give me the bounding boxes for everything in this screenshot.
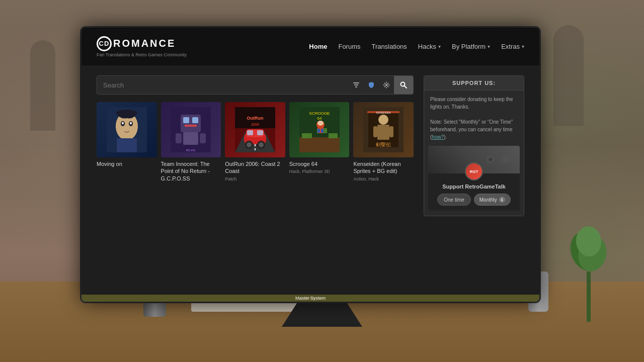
- svg-text:PC-FX: PC-FX: [186, 149, 195, 152]
- svg-point-28: [247, 142, 252, 147]
- svg-rect-36: [299, 137, 340, 152]
- svg-point-49: [378, 115, 388, 125]
- nav-extras[interactable]: Extras ▾: [501, 43, 524, 50]
- creator-card: RGT Support RetroGameTalk One time Month…: [428, 146, 520, 211]
- svg-rect-44: [321, 129, 324, 133]
- filter-button[interactable]: [349, 76, 364, 94]
- svg-rect-31: [257, 130, 263, 135]
- search-input[interactable]: [97, 81, 349, 89]
- support-box: SUPPORT US: Please consider donating to …: [424, 75, 524, 216]
- right-sidebar: SUPPORT US: Please consider donating to …: [424, 75, 524, 292]
- svg-text:2006: 2006: [251, 123, 259, 126]
- svg-rect-20: [200, 133, 206, 143]
- extras-dropdown-arrow: ▾: [522, 44, 524, 49]
- svg-rect-43: [317, 129, 320, 133]
- nav-translations[interactable]: Translations: [372, 43, 407, 50]
- monthly-info-icon[interactable]: ℹ: [499, 197, 505, 203]
- website-content: CD ROMANCE Fan Translations & Retro Game…: [82, 28, 539, 302]
- creator-banner: RGT: [428, 146, 520, 173]
- svg-rect-16: [192, 117, 198, 123]
- plant-decoration: [564, 221, 614, 322]
- svg-line-5: [405, 86, 407, 88]
- settings-icon-button[interactable]: [379, 76, 394, 94]
- svg-rect-1: [354, 84, 358, 85]
- site-tagline: Fan Translations & Retro Games Community: [97, 52, 187, 57]
- svg-rect-50: [377, 125, 389, 140]
- game-title-2: Team Innocent: The Point of No Return - …: [161, 160, 221, 182]
- nav-forums[interactable]: Forums: [338, 43, 360, 50]
- svg-rect-37: [302, 133, 312, 138]
- svg-text:64: 64: [317, 116, 321, 121]
- game-title-5: Kenseiden (Korean Sprites + BG edit): [353, 160, 414, 175]
- game-tags-4: Hack, Platformer 3D: [289, 169, 350, 174]
- game-card[interactable]: OutRun 2006 Windows OutRun 2006: Coast 2…: [225, 102, 285, 182]
- search-bar: [97, 75, 414, 95]
- one-time-button[interactable]: One time: [437, 194, 471, 206]
- game-title-3: OutRun 2006: Coast 2 Coast: [225, 160, 285, 175]
- game-card[interactable]: News Moving on: [97, 102, 157, 182]
- site-logo[interactable]: CD ROMANCE: [97, 36, 187, 51]
- game-card[interactable]: 剣聖伝 KENSEIDEN Master System Kenseiden (K…: [353, 102, 414, 182]
- svg-text:SCROOGE: SCROOGE: [309, 111, 330, 116]
- game-thumbnail-4: SCROOGE 64: [289, 102, 350, 157]
- main-content: News Moving on: [82, 65, 539, 302]
- search-button[interactable]: [394, 76, 413, 94]
- support-header: SUPPORT US:: [424, 76, 524, 90]
- svg-rect-51: [373, 126, 377, 137]
- svg-point-59: [502, 155, 510, 163]
- creator-avatar: RGT: [465, 162, 483, 180]
- svg-point-29: [259, 142, 264, 147]
- svg-point-3: [385, 84, 387, 86]
- game-thumbnail-5: 剣聖伝 KENSEIDEN: [353, 102, 414, 157]
- svg-text:OutRun: OutRun: [247, 116, 263, 121]
- logo-area: CD ROMANCE Fan Translations & Retro Game…: [97, 36, 187, 57]
- platform-badge-5: Master System: [82, 295, 539, 302]
- game-card[interactable]: SCROOGE 64 N64 Scrooge 64 Hack, Platform…: [289, 102, 350, 182]
- svg-rect-17: [185, 125, 197, 127]
- platform-dropdown-arrow: ▾: [488, 44, 490, 49]
- game-card[interactable]: PC-FX PC-FX Team Innocent: The Point of …: [161, 102, 221, 182]
- monitor: CD ROMANCE Fan Translations & Retro Game…: [82, 28, 539, 302]
- creator-buttons: One time Monthly ℹ: [428, 194, 520, 211]
- cd-circle-icon: CD: [97, 36, 112, 51]
- game-tags-3: Patch: [225, 176, 285, 182]
- game-thumbnail-3: OutRun 2006: [225, 102, 285, 157]
- romance-text: ROMANCE: [113, 38, 176, 49]
- how-link[interactable]: how?: [432, 134, 444, 140]
- svg-rect-30: [247, 130, 253, 135]
- svg-text:剣聖伝: 剣聖伝: [376, 142, 391, 147]
- svg-rect-15: [183, 117, 189, 123]
- svg-rect-58: [490, 157, 492, 161]
- navigation-bar: CD ROMANCE Fan Translations & Retro Game…: [82, 28, 539, 65]
- monthly-button[interactable]: Monthly ℹ: [474, 194, 511, 206]
- svg-text:KENSEIDEN: KENSEIDEN: [376, 111, 391, 114]
- nav-by-platform[interactable]: By Platform ▾: [452, 43, 490, 50]
- hacks-dropdown-arrow: ▾: [438, 44, 441, 49]
- game-tags-5: Action, Hack: [353, 176, 414, 182]
- svg-rect-52: [389, 126, 393, 137]
- nav-links: Home Forums Translations Hacks ▾ By Plat…: [309, 43, 524, 50]
- svg-point-10: [122, 122, 124, 125]
- svg-point-11: [130, 122, 132, 125]
- svg-point-42: [317, 121, 324, 126]
- game-title-4: Scrooge 64: [289, 160, 350, 167]
- left-content: News Moving on: [97, 75, 414, 292]
- person-silhouette-2: [30, 40, 55, 131]
- support-text: Please consider donating to keep the lig…: [424, 90, 524, 146]
- nav-home[interactable]: Home: [309, 43, 327, 50]
- svg-rect-18: [183, 132, 198, 145]
- game-thumbnail-1: [97, 102, 157, 157]
- svg-rect-39: [329, 133, 338, 138]
- svg-rect-12: [117, 138, 137, 152]
- svg-rect-19: [176, 133, 182, 143]
- game-title-1: Moving on: [97, 160, 157, 167]
- svg-rect-0: [353, 82, 359, 83]
- shield-icon-button[interactable]: [364, 76, 379, 94]
- nav-hacks[interactable]: Hacks ▾: [418, 43, 441, 50]
- game-grid: News Moving on: [97, 102, 414, 182]
- svg-rect-14: [181, 115, 201, 132]
- svg-rect-2: [355, 86, 357, 87]
- person-silhouette-1: [553, 25, 584, 126]
- game-thumbnail-2: PC-FX: [161, 102, 221, 157]
